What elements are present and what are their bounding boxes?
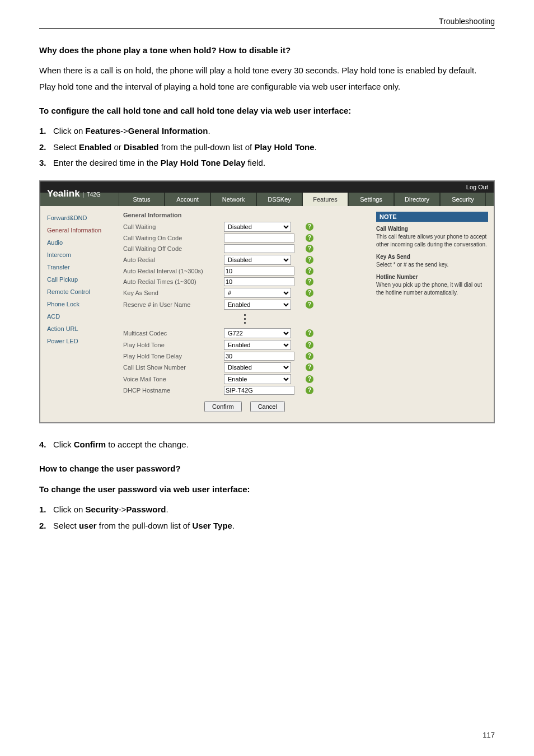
help-icon[interactable]: ? (306, 341, 313, 349)
text: Confirm (74, 440, 106, 449)
text-field[interactable] (224, 244, 294, 253)
note-heading: NOTE (376, 212, 488, 222)
step-num: 1. (39, 505, 46, 514)
field-control (224, 234, 302, 242)
field-control (224, 277, 302, 286)
help-icon[interactable]: ? (306, 289, 313, 297)
question-1-heading: Why does the phone play a tone when hold… (39, 45, 495, 55)
steps-list-2: 1. Click on Security->Password. 2. Selec… (39, 502, 495, 534)
text-field[interactable] (224, 352, 294, 361)
text: Click on (53, 505, 86, 514)
field-label: Play Hold Tone (123, 342, 224, 348)
help-icon[interactable]: ? (306, 267, 313, 275)
tab-network[interactable]: Network (210, 193, 256, 206)
field-control: G722 (224, 328, 302, 338)
field-label: Key As Send (123, 290, 224, 296)
text: from the pull-down list of (97, 521, 193, 530)
note-panel: NOTE Call WaitingThis call feature allow… (371, 206, 494, 422)
note-item: Key As SendSelect * or # as the send key… (376, 253, 488, 269)
confirm-button[interactable]: Confirm (204, 401, 242, 412)
tab-status[interactable]: Status (119, 193, 165, 206)
step-2: 2. Select Enabled or Disabled from the p… (39, 139, 495, 156)
nav-audio[interactable]: Audio (40, 236, 119, 249)
form-row: Key As Send#? (123, 288, 366, 298)
help-icon[interactable]: ? (306, 386, 313, 394)
help-icon[interactable]: ? (306, 234, 313, 242)
note-item: Hotline NumberWhen you pick up the phone… (376, 273, 488, 297)
field-label: Auto Redial Times (1~300) (123, 278, 224, 285)
tab-features[interactable]: Features (302, 193, 348, 206)
help-icon[interactable]: ? (306, 278, 313, 286)
form-row: Play Hold Tone Delay? (123, 352, 366, 361)
text-field[interactable] (224, 234, 294, 242)
help-icon[interactable]: ? (306, 352, 313, 360)
nav-remote-control[interactable]: Remote Control (40, 286, 119, 298)
model: T42G (87, 192, 101, 198)
select-field[interactable]: Enabled (224, 300, 291, 310)
help-icon[interactable]: ? (306, 245, 313, 253)
nav-call-pickup[interactable]: Call Pickup (40, 273, 119, 286)
text-field[interactable] (224, 267, 294, 276)
step-num: 3. (39, 158, 46, 167)
help-icon[interactable]: ? (306, 375, 313, 383)
nav-forward-dnd[interactable]: Forward&DND (40, 212, 119, 224)
select-field[interactable]: # (224, 288, 291, 298)
procedure-1-heading: To configure the call hold tone and call… (39, 106, 495, 115)
field-label: Call Waiting On Code (123, 235, 224, 241)
select-field[interactable]: Disabled (224, 362, 291, 372)
note-text: When you pick up the phone, it will dial… (376, 281, 488, 297)
step-1: 1. Click on Features->General Informatio… (39, 123, 495, 139)
tab-security[interactable]: Security (440, 193, 486, 206)
procedure-2-heading: To change the user password via web user… (39, 484, 495, 494)
cancel-button[interactable]: Cancel (250, 401, 285, 412)
top-tabs: Status Account Network DSSKey Features S… (40, 193, 494, 206)
field-control: Disabled (224, 222, 302, 232)
select-field[interactable]: G722 (224, 328, 291, 338)
help-icon[interactable]: ? (306, 363, 313, 371)
text: Security (86, 505, 119, 514)
step-4: 4. Click Confirm to accept the change. (39, 437, 495, 453)
help-icon[interactable]: ? (306, 256, 313, 264)
steps-list-1b: 4. Click Confirm to accept the change. (39, 437, 495, 453)
field-control: Enabled (224, 300, 302, 310)
field-label: Call Waiting Off Code (123, 245, 224, 252)
field-control (224, 386, 302, 395)
brand: Yealink (47, 188, 80, 199)
text: Enabled (79, 142, 111, 152)
text-field[interactable] (224, 277, 294, 286)
text-field[interactable] (224, 386, 294, 395)
tab-dsskey[interactable]: DSSKey (256, 193, 302, 206)
field-label: Reserve # in User Name (123, 301, 224, 308)
field-label: Call Waiting (123, 223, 224, 230)
nav-general-information[interactable]: General Information (40, 224, 119, 236)
logout-link[interactable]: Log Out (40, 181, 494, 193)
select-field[interactable]: Disabled (224, 255, 291, 265)
help-icon[interactable]: ? (306, 329, 313, 337)
form-row: Call WaitingDisabled? (123, 222, 366, 232)
step-2: 2. Select user from the pull-down list o… (39, 518, 495, 534)
tab-directory[interactable]: Directory (394, 193, 440, 206)
select-field[interactable]: Enable (224, 374, 291, 384)
nav-acd[interactable]: ACD (40, 310, 119, 323)
text: . (208, 126, 210, 136)
text: Enter the desired time in the (53, 158, 161, 167)
text: Select (53, 142, 79, 152)
ellipsis-icon (123, 313, 366, 325)
select-field[interactable]: Disabled (224, 222, 291, 232)
tab-settings[interactable]: Settings (348, 193, 394, 206)
select-field[interactable]: Enabled (224, 340, 291, 350)
nav-intercom[interactable]: Intercom (40, 249, 119, 261)
text: -> (119, 505, 127, 514)
tab-account[interactable]: Account (165, 193, 210, 206)
text: Play Hold Tone Delay (161, 158, 245, 167)
nav-power-led[interactable]: Power LED (40, 335, 119, 347)
section-heading: General Information (123, 212, 366, 218)
nav-transfer[interactable]: Transfer (40, 261, 119, 273)
step-3: 3. Enter the desired time in the Play Ho… (39, 155, 495, 171)
nav-action-url[interactable]: Action URL (40, 323, 119, 335)
help-icon[interactable]: ? (306, 223, 313, 231)
help-icon[interactable]: ? (306, 301, 313, 309)
text: Features (86, 126, 121, 136)
text: . (315, 142, 317, 152)
nav-phone-lock[interactable]: Phone Lock (40, 298, 119, 310)
